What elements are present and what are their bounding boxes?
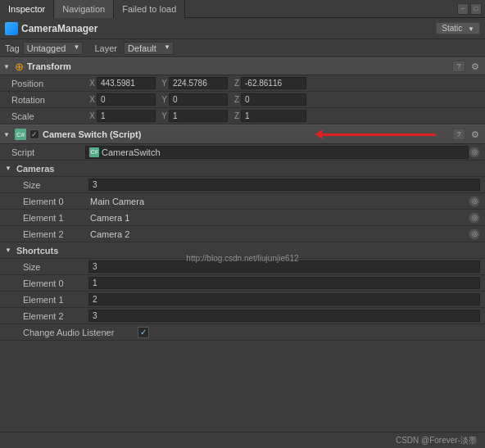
- cameras-element-0-select[interactable]: ◎: [469, 196, 480, 207]
- object-header: CameraManager Static ▼: [0, 18, 485, 39]
- tab-inspector-label: Inspector: [8, 4, 45, 14]
- arrow-line: [321, 133, 436, 136]
- scale-label: Scale: [11, 111, 85, 121]
- scale-y-label: Y: [157, 111, 167, 120]
- position-y-label: Y: [157, 79, 167, 88]
- shortcuts-element-0-input[interactable]: [88, 277, 480, 289]
- cameras-size-row: Size: [0, 177, 485, 193]
- camera-switch-collapse-arrow[interactable]: ▼: [3, 131, 11, 138]
- cameras-element-1-select[interactable]: ◎: [469, 212, 480, 224]
- maximize-button[interactable]: □: [470, 3, 482, 15]
- position-x-label: X: [85, 79, 95, 88]
- shortcuts-element-0-label: Element 0: [23, 278, 88, 288]
- cameras-element-2-select[interactable]: ◎: [469, 229, 480, 240]
- minimize-button[interactable]: −: [457, 3, 469, 15]
- shortcuts-element-2-input[interactable]: [88, 310, 480, 322]
- shortcuts-size-label: Size: [23, 262, 88, 272]
- camera-switch-script-icon: C#: [15, 129, 26, 140]
- cameras-collapse-arrow[interactable]: ▼: [5, 165, 13, 172]
- scale-z-input[interactable]: [241, 110, 306, 122]
- rotation-y-input[interactable]: [169, 93, 228, 106]
- cameras-label: Cameras: [16, 164, 54, 174]
- shortcuts-element-2-label: Element 2: [23, 311, 88, 321]
- scale-z-label: Z: [229, 111, 239, 120]
- cameras-element-2-row: Element 2 Camera 2 ◎: [0, 226, 485, 242]
- object-name: CameraManager: [21, 23, 433, 34]
- script-label: Script: [11, 147, 85, 157]
- transform-collapse-arrow[interactable]: ▼: [3, 63, 11, 70]
- change-audio-check: ✓: [140, 328, 147, 337]
- change-audio-label: Change Audio Listener: [23, 328, 138, 337]
- scale-x-input[interactable]: [97, 110, 156, 122]
- rotation-y-label: Y: [157, 95, 167, 104]
- transform-section-header: ▼ ⊕ Transform ? ⚙: [0, 57, 485, 75]
- shortcuts-collapse-arrow[interactable]: ▼: [5, 247, 13, 254]
- cameras-element-2-label: Element 2: [23, 229, 88, 239]
- cameras-element-2-value: Camera 2: [88, 229, 469, 239]
- position-label: Position: [11, 79, 85, 88]
- shortcuts-element-1-row: Element 1: [0, 292, 485, 308]
- tab-failed-label: Failed to load: [122, 4, 176, 14]
- cameras-element-0-value: Main Camera: [88, 197, 469, 206]
- layer-dropdown[interactable]: Default ▼: [124, 42, 174, 55]
- rotation-z-label: Z: [229, 95, 239, 104]
- shortcuts-element-0-row: Element 0: [0, 275, 485, 292]
- camera-switch-gear-button[interactable]: ⚙: [469, 129, 482, 140]
- script-row: Script C# CameraSwitch ◎: [0, 144, 485, 161]
- tab-inspector[interactable]: Inspector: [0, 0, 54, 18]
- cameras-element-1-row: Element 1 Camera 1 ◎: [0, 210, 485, 226]
- bottom-bar: CSDN @Forever-淡墨: [0, 432, 485, 448]
- static-badge[interactable]: Static ▼: [436, 22, 480, 34]
- static-label: Static: [442, 24, 462, 33]
- position-x-input[interactable]: [97, 77, 156, 89]
- tag-value-text: Untagged: [27, 43, 66, 53]
- script-value-icon: C#: [89, 147, 99, 157]
- position-y-input[interactable]: [169, 77, 228, 89]
- shortcuts-element-1-label: Element 1: [23, 295, 88, 305]
- tag-dropdown[interactable]: Untagged ▼: [23, 42, 84, 55]
- scale-x-label: X: [85, 111, 95, 120]
- rotation-x-input[interactable]: [97, 93, 156, 106]
- rotation-row: Rotation X Y Z: [0, 92, 485, 108]
- camera-switch-checkbox[interactable]: ✓: [29, 129, 39, 139]
- transform-title: Transform: [27, 61, 449, 71]
- rotation-z-input[interactable]: [241, 93, 306, 106]
- tab-failed: Failed to load: [114, 0, 185, 18]
- shortcuts-size-input[interactable]: [88, 260, 480, 273]
- cameras-element-1-label: Element 1: [23, 213, 88, 223]
- camera-switch-help-button[interactable]: ?: [452, 129, 465, 140]
- tag-layer-row: Tag Untagged ▼ Layer Default ▼: [0, 39, 485, 57]
- cameras-size-input[interactable]: [88, 179, 480, 191]
- scale-y-input[interactable]: [169, 110, 228, 122]
- tab-bar: Inspector Navigation Failed to load − □: [0, 0, 485, 18]
- script-name: CameraSwitch: [102, 147, 161, 157]
- shortcuts-element-2-row: Element 2: [0, 308, 485, 324]
- rotation-fields: X Y Z: [85, 93, 480, 106]
- script-value-field[interactable]: C# CameraSwitch: [85, 146, 469, 159]
- rotation-label: Rotation: [11, 95, 85, 105]
- bottom-watermark-text: CSDN @Forever-淡墨: [396, 435, 477, 446]
- position-z-input[interactable]: [241, 77, 306, 89]
- object-icon: [5, 22, 18, 35]
- script-select-button[interactable]: ◎: [469, 147, 480, 158]
- position-z-label: Z: [229, 79, 239, 88]
- transform-gear-button[interactable]: ⚙: [469, 61, 482, 72]
- change-audio-checkbox[interactable]: ✓: [138, 327, 149, 338]
- position-fields: X Y Z: [85, 77, 480, 89]
- layer-value-text: Default: [128, 43, 156, 53]
- change-audio-row: Change Audio Listener ✓: [0, 324, 485, 341]
- scale-row: Scale X Y Z: [0, 108, 485, 124]
- transform-help-button[interactable]: ?: [452, 61, 465, 72]
- layer-label: Layer: [94, 43, 117, 53]
- transform-icon: ⊕: [15, 61, 24, 73]
- scale-fields: X Y Z: [85, 110, 480, 122]
- cameras-subsection-header: ▼ Cameras: [0, 161, 485, 177]
- shortcuts-element-1-input[interactable]: [88, 293, 480, 305]
- cameras-element-1-value: Camera 1: [88, 213, 469, 223]
- checkbox-check: ✓: [31, 130, 38, 138]
- static-dropdown-arrow: ▼: [468, 25, 474, 33]
- rotation-x-label: X: [85, 95, 95, 104]
- tab-navigation-label: Navigation: [62, 4, 105, 14]
- tab-navigation[interactable]: Navigation: [54, 0, 114, 18]
- shortcuts-label: Shortcuts: [16, 246, 58, 256]
